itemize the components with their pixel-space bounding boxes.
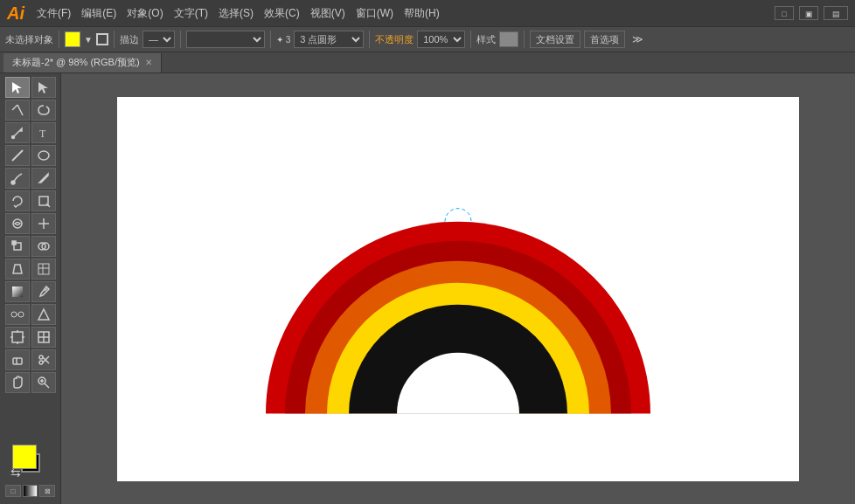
toolbox: T [0, 73, 61, 504]
svg-point-24 [11, 312, 17, 317]
tab-close-btn[interactable]: ✕ [145, 58, 152, 67]
tab-label: 未标题-2* @ 98% (RGB/预览) [12, 56, 140, 69]
svg-point-38 [39, 356, 43, 359]
menu-object[interactable]: 对象(O) [127, 6, 163, 21]
paintbrush-tool[interactable] [5, 168, 30, 189]
style-label: 样式 [476, 33, 496, 46]
menu-help[interactable]: 帮助(H) [404, 6, 440, 21]
rainbow-artwork [257, 177, 659, 425]
select-tool[interactable] [5, 77, 30, 98]
tool-row-9 [2, 259, 59, 280]
zoom-tool[interactable] [31, 372, 56, 393]
width-tool[interactable] [31, 213, 56, 234]
gradient-mode-icon[interactable] [23, 485, 38, 497]
menu-window[interactable]: 窗口(W) [356, 6, 393, 21]
perspective-tool[interactable] [5, 259, 30, 280]
scale-tool[interactable] [31, 190, 56, 211]
livepaint-tool[interactable] [31, 304, 56, 325]
lasso-tool[interactable] [31, 100, 56, 121]
menu-text[interactable]: 文字(T) [174, 6, 208, 21]
toolbar-divider-5 [369, 31, 370, 48]
style-preview[interactable] [499, 31, 518, 47]
normal-mode-icon[interactable]: □ [5, 485, 21, 497]
menu-edit[interactable]: 编辑(E) [81, 6, 116, 21]
svg-point-4 [11, 136, 14, 139]
svg-marker-1 [38, 82, 48, 93]
rainbow-svg [257, 177, 659, 422]
svg-rect-22 [12, 287, 23, 297]
tool-row-5 [2, 168, 59, 189]
svg-text:T: T [39, 128, 46, 140]
tool-row-10 [2, 281, 59, 302]
stroke-swatch[interactable] [96, 33, 108, 45]
toolbar-more-icon[interactable]: ≫ [632, 33, 643, 45]
menu-file[interactable]: 文件(F) [37, 6, 71, 21]
tool-row-14 [2, 372, 59, 393]
mesh-tool[interactable] [31, 259, 56, 280]
rotate-tool[interactable] [5, 190, 30, 211]
minimize-btn[interactable]: □ [775, 6, 794, 20]
blend-tool[interactable] [5, 304, 30, 325]
pencil-tool[interactable] [31, 168, 56, 189]
svg-rect-19 [38, 264, 49, 274]
winbtn3[interactable]: ▤ [824, 6, 848, 20]
svg-point-7 [38, 151, 49, 160]
freetransform-tool[interactable] [5, 236, 30, 257]
pen-tool[interactable] [5, 122, 30, 143]
tool-row-8 [2, 236, 59, 257]
gradient-tool[interactable] [5, 281, 30, 302]
menu-select[interactable]: 选择(S) [219, 6, 254, 21]
menu-effect[interactable]: 效果(C) [264, 6, 300, 21]
svg-marker-18 [13, 265, 22, 273]
tool-row-12 [2, 327, 59, 348]
eraser-tool[interactable] [5, 349, 30, 370]
document-canvas [117, 97, 799, 481]
top-toolbar: 未选择对象 ▼ 描边 — ✦ 3 3 点圆形 不透明度 100% 样式 文档设置… [0, 26, 855, 52]
svg-line-3 [12, 105, 17, 110]
stroke-select[interactable]: — [142, 31, 175, 48]
fill-arrow-icon[interactable]: ▼ [84, 35, 93, 45]
titlebar: Ai 文件(F) 编辑(E) 对象(O) 文字(T) 选择(S) 效果(C) 视… [0, 0, 855, 26]
hand-tool[interactable] [5, 372, 30, 393]
svg-rect-15 [12, 241, 16, 245]
warp-tool[interactable] [5, 213, 30, 234]
direct-select-tool[interactable] [31, 77, 56, 98]
slice-tool[interactable] [31, 327, 56, 348]
magic-wand-tool[interactable] [5, 100, 30, 121]
swatch-container: ⇆ [12, 445, 49, 481]
menu-view[interactable]: 视图(V) [310, 6, 345, 21]
canvas-area[interactable] [61, 73, 855, 504]
tabbar: 未标题-2* @ 98% (RGB/预览) ✕ [0, 52, 855, 73]
doc-settings-btn[interactable]: 文档设置 [530, 31, 580, 48]
stroke-label: 描边 [120, 33, 139, 46]
swap-colors-icon[interactable]: ⇆ [10, 466, 21, 480]
tool-row-1 [2, 77, 59, 98]
style-select[interactable] [186, 31, 265, 48]
type-tool[interactable]: T [31, 122, 56, 143]
pattern-mode-icon[interactable]: ⊠ [39, 485, 55, 497]
artboard-tool[interactable] [5, 327, 30, 348]
main-area: T [0, 73, 855, 504]
preferences-btn[interactable]: 首选项 [584, 31, 625, 48]
svg-rect-36 [13, 358, 22, 364]
window-controls: □ ▣ ▤ [775, 6, 848, 20]
opacity-select[interactable]: 100% [417, 31, 465, 48]
svg-point-25 [18, 312, 24, 317]
line-tool[interactable] [5, 145, 30, 166]
toolbar-divider-6 [470, 31, 471, 48]
eyedropper-tool[interactable] [31, 281, 56, 302]
shape-select[interactable]: 3 点圆形 [294, 31, 364, 48]
tool-row-11 [2, 304, 59, 325]
tool-row-7 [2, 213, 59, 234]
opacity-label: 不透明度 [375, 33, 414, 46]
toolbar-divider-2 [114, 31, 115, 48]
svg-rect-28 [12, 332, 23, 342]
shapebuilder-tool[interactable] [31, 236, 56, 257]
ellipse-tool[interactable] [31, 145, 56, 166]
document-tab[interactable]: 未标题-2* @ 98% (RGB/预览) ✕ [3, 53, 162, 72]
fill-swatch[interactable] [65, 31, 80, 47]
svg-line-2 [17, 105, 23, 115]
maximize-btn[interactable]: ▣ [799, 6, 818, 20]
toolbar-divider-3 [180, 31, 181, 48]
scissors-tool[interactable] [31, 349, 56, 370]
